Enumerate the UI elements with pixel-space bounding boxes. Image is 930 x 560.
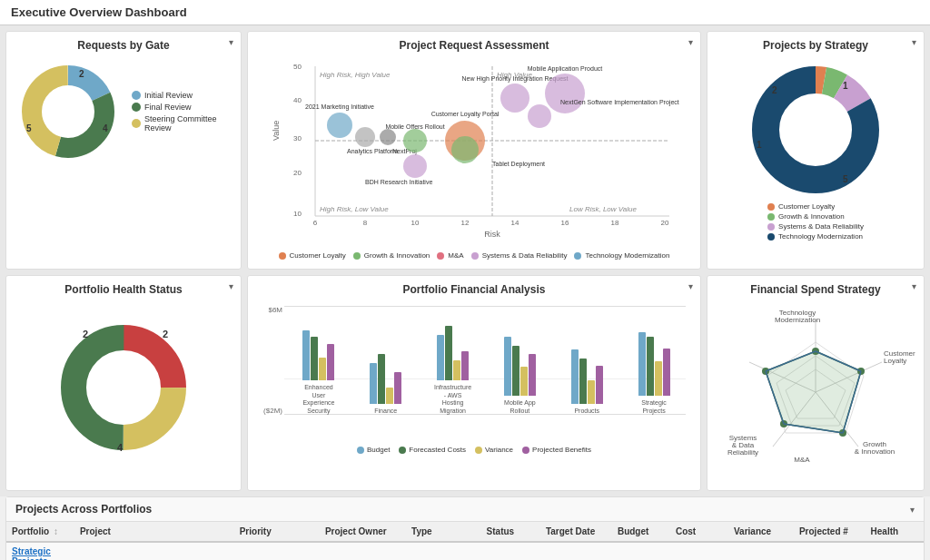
project-request-assessment-title: Project Request Assessment [255, 39, 693, 52]
svg-text:2: 2 [772, 85, 777, 95]
svg-text:20: 20 [293, 169, 302, 177]
bar-group-finance: Finance [354, 354, 418, 415]
projects-table: Portfolio ↕ Project Priority Project Own… [6, 522, 924, 560]
svg-text:Mobile Application Product: Mobile Application Product [528, 65, 603, 73]
col-status[interactable]: Status [481, 522, 540, 542]
svg-text:1: 1 [757, 140, 762, 150]
table-header-bar: Projects Across Portfolios ▾ [6, 497, 924, 522]
col-target-date[interactable]: Target Date [540, 522, 612, 542]
bubble-marketing [327, 113, 352, 138]
col-project[interactable]: Project [74, 522, 234, 542]
legend-label-final: Final Review [144, 103, 192, 112]
svg-point-3 [50, 93, 86, 130]
financial-spend-strategy-widget: Financial Spend Strategy ▾ [707, 275, 925, 491]
financial-spend-title: Financial Spend Strategy [715, 283, 916, 296]
requests-donut-svg: 2 4 5 [14, 57, 123, 166]
scatter-dot-sdr [471, 252, 479, 260]
bubble-nextgen-software [528, 104, 551, 128]
legend-label-initial: Initial Review [144, 91, 193, 100]
svg-text:1: 1 [843, 81, 848, 91]
scatter-svg: Value 10 20 30 40 50 6 8 10 12 14 16 18 … [255, 57, 693, 248]
svg-text:20: 20 [661, 219, 669, 227]
svg-text:30: 30 [293, 134, 302, 142]
svg-text:Risk: Risk [484, 230, 500, 239]
scatter-dot-cl [279, 252, 286, 260]
svg-text:NextGen Software Implementatio: NextGen Software Implementation Project [560, 99, 679, 106]
y-axis: $6M ($2M) [255, 306, 284, 415]
health-donut-svg: 2 2 4 [46, 310, 201, 456]
table-title: Projects Across Portfolios [15, 503, 152, 516]
project-request-assessment-widget: Project Request Assessment ▾ Value 10 20… [247, 31, 701, 270]
svg-text:Reliability: Reliability [727, 448, 758, 457]
portfolio-health-status-widget: Portfolio Health Status ▾ 2 2 4 [5, 275, 242, 491]
strategy-chart-area: 1 2 1 5 Customer Loyalty Growth & Innova… [715, 57, 916, 241]
portfolio-financial-title: Portfolio Financial Analysis [255, 283, 693, 296]
legend-dot-steering [132, 119, 141, 128]
svg-text:2021 Marketing Initiative: 2021 Marketing Initiative [305, 103, 374, 111]
assessment-dropdown[interactable]: ▾ [688, 37, 693, 47]
scatter-legend-ma: M&A [437, 251, 463, 260]
dashboard-header: Executive Overview Dashboard [0, 0, 930, 25]
spend-strategy-dropdown[interactable]: ▾ [912, 281, 916, 291]
top-widgets-row: Requests by Gate ▾ 2 4 5 [0, 25, 930, 275]
table-dropdown[interactable]: ▾ [910, 505, 915, 515]
scatter-legend: Customer Loyalty Growth & Innovation M&A… [255, 250, 693, 261]
group-label[interactable]: StrategicProjects [6, 542, 924, 560]
portfolio-financial-analysis-widget: Portfolio Financial Analysis ▾ $6M ($2M) [247, 275, 701, 491]
scatter-legend-tm: Technology Modernization [574, 251, 669, 260]
dashboard-title: Executive Overview Dashboard [11, 5, 187, 19]
col-budget[interactable]: Budget [612, 522, 670, 542]
requests-by-gate-title: Requests by Gate [14, 39, 233, 52]
legend-steering: Steering Committee Review [132, 114, 233, 133]
bar-group-eues: EnhancedUserExperienceSecurity [287, 330, 351, 415]
segment-label-4: 4 [103, 123, 108, 133]
svg-text:Customer Loyalty Portal: Customer Loyalty Portal [431, 111, 500, 118]
segment-label-5: 5 [26, 123, 32, 133]
svg-text:Low Risk, Low Value: Low Risk, Low Value [569, 205, 638, 213]
legend-initial-review: Initial Review [132, 91, 233, 100]
svg-text:High Risk, Low Value: High Risk, Low Value [320, 205, 389, 213]
legend-dot-final [132, 103, 141, 112]
svg-text:BDH Research Initiative: BDH Research Initiative [365, 179, 432, 185]
requests-by-gate-chart: 2 4 5 Initial Review Final Review Steeri… [14, 57, 233, 166]
strategy-dropdown[interactable]: ▾ [912, 37, 916, 47]
scatter-dot-ma [437, 252, 444, 260]
col-variance[interactable]: Variance [728, 522, 794, 542]
strategy-donut-svg: 1 2 1 5 [743, 57, 888, 202]
financial-bar-chart: $6M ($2M) EnhancedUserExperience [255, 301, 693, 442]
svg-text:High Risk, High Value: High Risk, High Value [320, 71, 391, 79]
bubble-new-high-priority [500, 84, 529, 113]
requests-by-gate-dropdown[interactable]: ▾ [229, 37, 233, 47]
svg-text:& Innovation: & Innovation [855, 447, 895, 456]
financial-dropdown[interactable]: ▾ [688, 281, 693, 291]
svg-text:10: 10 [293, 210, 302, 218]
col-projected[interactable]: Projected # [794, 522, 866, 542]
radar-svg: Technology Modernization Customer Loyalt… [716, 306, 915, 478]
svg-text:Analytics Platform: Analytics Platform [347, 148, 398, 155]
col-cost[interactable]: Cost [670, 522, 728, 542]
svg-text:6: 6 [313, 219, 318, 227]
bubble-analytics [355, 127, 375, 147]
projects-by-strategy-title: Projects by Strategy [715, 39, 916, 52]
svg-text:40: 40 [293, 96, 302, 104]
svg-text:5: 5 [843, 174, 848, 184]
col-owner[interactable]: Project Owner [320, 522, 406, 542]
col-health[interactable]: Health [866, 522, 924, 542]
projects-by-strategy-widget: Projects by Strategy ▾ 1 2 1 5 Customer … [707, 31, 925, 270]
scatter-dot-gi [353, 252, 361, 260]
bar-group-infra: Infrastructure- AWSHostingMigration [421, 326, 485, 415]
y-axis-label: Value [272, 121, 281, 141]
col-portfolio[interactable]: Portfolio ↕ [6, 522, 74, 542]
col-type[interactable]: Type [406, 522, 481, 542]
svg-text:M&A: M&A [794, 456, 810, 464]
health-status-dropdown[interactable]: ▾ [229, 281, 233, 291]
segment-label-2: 2 [79, 69, 84, 79]
svg-text:4: 4 [117, 442, 124, 453]
health-donut-area: 2 2 4 [14, 301, 233, 465]
svg-point-48 [96, 360, 151, 415]
col-priority[interactable]: Priority [234, 522, 320, 542]
bar-groups: EnhancedUserExperienceSecurity Finance [287, 306, 686, 415]
svg-text:Modernization: Modernization [775, 316, 820, 324]
group-strategic-projects: StrategicProjects [6, 542, 924, 560]
bar-group-mobile: Mobile AppRollout [488, 337, 551, 415]
